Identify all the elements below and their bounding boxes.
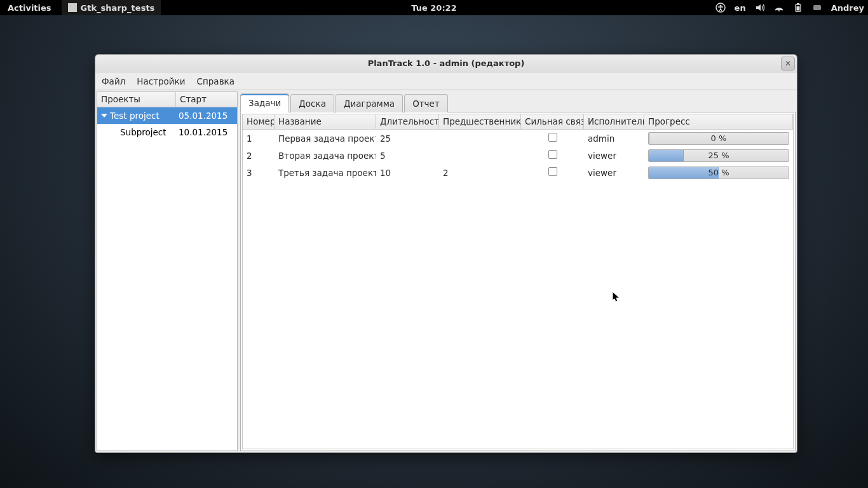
project-row-child[interactable]: Subproject 10.01.2015	[97, 124, 237, 140]
col-duration[interactable]: Длительность	[376, 114, 439, 129]
close-icon: ✕	[785, 59, 791, 68]
volume-icon[interactable]	[755, 3, 765, 13]
window-close-button[interactable]: ✕	[781, 57, 795, 71]
progress-bar[interactable]: 50 %	[648, 166, 789, 179]
tab-diagram[interactable]: Диаграмма	[336, 94, 403, 112]
mouse-cursor-icon	[612, 291, 621, 304]
menu-help[interactable]: Справка	[197, 76, 234, 86]
task-row[interactable]: 3Третья задача проекта102viewer50 %	[243, 164, 793, 181]
menu-file[interactable]: Файл	[102, 76, 125, 86]
cell-name: Третья задача проекта	[275, 168, 376, 178]
cell-number: 2	[243, 151, 275, 161]
col-name[interactable]: Название	[275, 114, 376, 129]
accessibility-icon[interactable]	[715, 3, 726, 13]
col-progress[interactable]: Прогресс	[644, 114, 793, 129]
svg-point-2	[778, 10, 780, 11]
col-number[interactable]: Номер	[243, 114, 275, 129]
task-grid: Номер Название Длительность Предшественн…	[242, 114, 794, 449]
taskbar-app-button[interactable]: Gtk_sharp_tests	[62, 0, 161, 15]
user-status-icon	[812, 3, 822, 13]
taskbar-app-title: Gtk_sharp_tests	[81, 3, 155, 13]
tab-report[interactable]: Отчет	[404, 94, 448, 112]
cell-link	[521, 133, 584, 144]
app-icon	[68, 3, 77, 12]
svg-rect-5	[796, 6, 799, 11]
checkbox-unchecked[interactable]	[548, 133, 557, 142]
tree-col-start[interactable]: Старт	[176, 92, 237, 107]
gnome-top-panel: Activities Gtk_sharp_tests Tue 20:22 en …	[0, 0, 868, 15]
project-start-date: 10.01.2015	[176, 127, 237, 137]
project-name: Subproject	[120, 127, 166, 137]
cell-exec: admin	[584, 133, 644, 144]
project-name: Test project	[110, 111, 159, 121]
project-tree: Проекты Старт Test project 05.01.2015 Su…	[97, 92, 238, 451]
cell-progress: 50 %	[644, 166, 793, 179]
project-row-selected[interactable]: Test project 05.01.2015	[97, 107, 237, 124]
keyboard-lang-indicator[interactable]: en	[735, 3, 746, 13]
progress-bar[interactable]: 25 %	[648, 149, 789, 162]
col-executor[interactable]: Исполнитель	[584, 114, 644, 129]
window-titlebar[interactable]: PlanTrack 1.0 - admin (редактор) ✕	[95, 55, 797, 72]
activities-button[interactable]: Activities	[0, 3, 59, 13]
tree-col-projects[interactable]: Проекты	[97, 92, 176, 107]
checkbox-unchecked[interactable]	[548, 167, 557, 176]
cell-exec: viewer	[584, 168, 644, 178]
cell-link	[521, 150, 584, 161]
tree-expander-icon[interactable]	[101, 114, 107, 118]
progress-bar[interactable]: 0 %	[648, 132, 789, 145]
project-tree-header: Проекты Старт	[97, 92, 237, 107]
tab-strip: Задачи Доска Диаграмма Отчет	[240, 92, 796, 112]
app-window: PlanTrack 1.0 - admin (редактор) ✕ Файл …	[95, 54, 797, 453]
col-predecessors[interactable]: Предшественники	[439, 114, 521, 129]
menu-settings[interactable]: Настройки	[137, 76, 185, 86]
task-row[interactable]: 1Первая задача проекта25admin0 %	[243, 130, 793, 147]
task-grid-header: Номер Название Длительность Предшественн…	[243, 114, 793, 130]
progress-label: 25 %	[649, 150, 789, 161]
tab-tasks[interactable]: Задачи	[240, 93, 289, 112]
cell-pred: 2	[439, 168, 521, 178]
checkbox-unchecked[interactable]	[548, 150, 557, 159]
window-title: PlanTrack 1.0 - admin (редактор)	[368, 58, 525, 68]
main-area: Задачи Доска Диаграмма Отчет Номер Назва…	[238, 90, 797, 452]
col-strong-link[interactable]: Сильная связь	[521, 114, 584, 129]
cell-number: 1	[243, 133, 275, 144]
svg-rect-4	[797, 3, 799, 4]
progress-label: 0 %	[649, 133, 789, 144]
svg-rect-6	[813, 5, 821, 10]
network-icon[interactable]	[774, 3, 784, 13]
cell-exec: viewer	[584, 151, 644, 161]
progress-label: 50 %	[649, 167, 789, 179]
user-name-label[interactable]: Andrey	[831, 3, 864, 13]
cell-name: Первая задача проекта	[275, 133, 376, 144]
cell-number: 3	[243, 168, 275, 178]
cell-duration: 10	[376, 168, 439, 178]
tab-board[interactable]: Доска	[290, 94, 334, 112]
cell-duration: 25	[376, 133, 439, 144]
project-start-date: 05.01.2015	[176, 111, 237, 121]
task-row[interactable]: 2Вторая задача проекта5viewer25 %	[243, 147, 793, 164]
cell-progress: 0 %	[644, 132, 793, 145]
tab-content: Номер Название Длительность Предшественн…	[240, 112, 796, 451]
svg-point-1	[719, 5, 721, 7]
cell-link	[521, 167, 584, 178]
cell-name: Вторая задача проекта	[275, 151, 376, 161]
cell-progress: 25 %	[644, 149, 793, 162]
menubar: Файл Настройки Справка	[95, 72, 797, 90]
clock-label[interactable]: Tue 20:22	[411, 3, 456, 13]
cell-duration: 5	[376, 151, 439, 161]
battery-icon[interactable]	[793, 3, 803, 13]
